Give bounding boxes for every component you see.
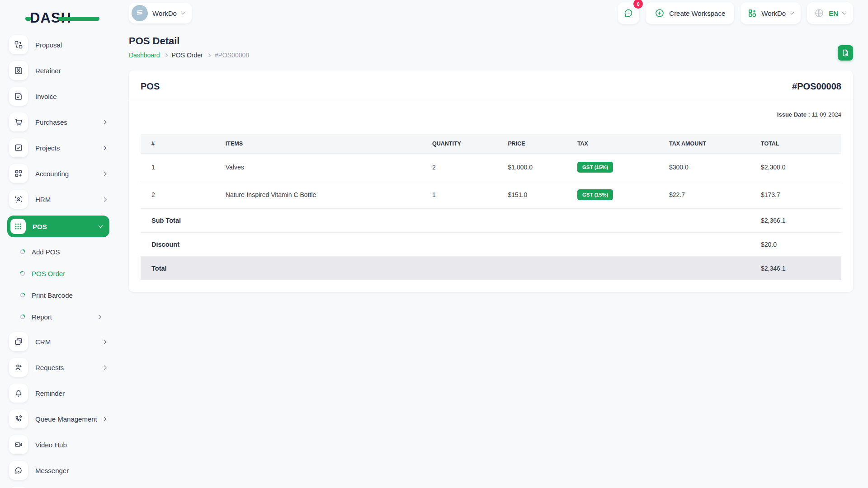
video-camera-icon	[9, 435, 28, 454]
chevron-right-icon	[102, 197, 107, 202]
breadcrumb-separator-icon	[207, 53, 211, 57]
workspace-avatar	[132, 5, 148, 21]
bullet-circle-icon	[20, 249, 25, 254]
chevron-right-icon	[102, 171, 107, 176]
chevron-down-icon	[842, 10, 847, 15]
create-workspace-label: Create Workspace	[669, 9, 725, 17]
subtotal-label: Sub Total	[141, 209, 222, 233]
sidebar-item-crm[interactable]: CRM	[9, 332, 108, 351]
row-tax-amount: $22.7	[665, 181, 757, 209]
col-quantity: QUANTITY	[429, 134, 504, 154]
chevron-right-icon	[102, 339, 107, 344]
chevron-right-icon	[97, 314, 101, 319]
sidebar-item-invoice[interactable]: Invoice	[9, 87, 108, 106]
workspace-menu-button[interactable]: WorkDo	[741, 2, 801, 24]
messages-button[interactable]: 0	[618, 2, 639, 24]
sidebar-item-queue-management[interactable]: Queue Management	[9, 409, 108, 428]
sidebar-subitem-print-barcode[interactable]: Print Barcode	[20, 286, 103, 304]
row-quantity: 1	[429, 181, 504, 209]
discount-row: Discount $20.0	[141, 233, 841, 257]
spacer-cell	[222, 209, 757, 233]
pos-submenu-wrap: Add POS POS Order Print Barcode	[0, 242, 117, 332]
col-number: #	[141, 134, 222, 154]
sidebar-item-purchases[interactable]: Purchases	[9, 113, 108, 131]
language-selector[interactable]: EN	[807, 2, 853, 24]
dash-logo[interactable]: DASH	[30, 6, 98, 30]
reminder-icon	[9, 384, 28, 403]
file-export-icon	[841, 49, 849, 57]
sidebar-item-label: Invoice	[35, 93, 108, 100]
pos-detail-card: POS #POS00008 Issue Date : 11-09-2024 # …	[129, 70, 853, 292]
sidebar-item-label: POS	[33, 223, 99, 230]
create-workspace-button[interactable]: Create Workspace	[646, 2, 734, 24]
sidebar-subitem-add-pos[interactable]: Add POS	[20, 243, 103, 261]
breadcrumb: Dashboard POS Order #POS00008	[129, 52, 249, 59]
sidebar: DASH Proposal Retainer	[0, 0, 117, 488]
messages-badge: 0	[633, 0, 643, 9]
sidebar-item-label: Retainer	[35, 67, 108, 75]
sidebar-item-messenger[interactable]: Messenger	[9, 461, 108, 480]
messenger-icon	[9, 461, 28, 480]
sidebar-item-label: Messenger	[35, 467, 108, 474]
main-area: WorkDo 0 Create Workspace	[117, 0, 868, 488]
row-total: $173.7	[757, 181, 841, 209]
total-row: Total $2,346.1	[141, 257, 841, 281]
sidebar-subitem-pos-order[interactable]: POS Order	[20, 264, 103, 282]
sidebar-item-retainer[interactable]: Retainer	[9, 61, 108, 80]
total-value: $2,346.1	[757, 257, 841, 281]
row-tax-amount: $300.0	[665, 154, 757, 181]
col-tax: TAX	[574, 134, 665, 154]
workspace-grid-icon	[748, 9, 757, 18]
pos-items-table: # ITEMS QUANTITY PRICE TAX TAX AMOUNT TO…	[141, 134, 841, 280]
sidebar-item-hrm[interactable]: HRM	[9, 190, 108, 209]
subtotal-row: Sub Total $2,366.1	[141, 209, 841, 233]
discount-label: Discount	[141, 233, 222, 257]
sidebar-item-label: Purchases	[35, 118, 103, 126]
sidebar-item-video-hub[interactable]: Video Hub	[9, 435, 108, 454]
sidebar-item-label: Queue Management	[35, 415, 103, 423]
sidebar-item-accounting[interactable]: Accounting	[9, 164, 108, 183]
workspace-menu-label: WorkDo	[761, 9, 786, 17]
sidebar-item-label: Accounting	[35, 170, 103, 178]
col-tax-amount: TAX AMOUNT	[665, 134, 757, 154]
sidebar-item-pos[interactable]: POS	[7, 216, 109, 237]
bullet-circle-icon	[20, 314, 25, 319]
sidebar-item-label: Proposal	[35, 41, 108, 49]
hrm-icon	[9, 190, 28, 209]
sidebar-item-projects[interactable]: Projects	[9, 138, 108, 157]
sidebar-item-requests[interactable]: Requests	[9, 358, 108, 377]
sidebar-item-proposal[interactable]: Proposal	[9, 35, 108, 54]
requests-icon	[9, 358, 28, 377]
row-number: 2	[141, 181, 222, 209]
breadcrumb-separator-icon	[164, 53, 167, 57]
sidebar-subitem-report[interactable]: Report	[20, 308, 103, 326]
sidebar-item-label: Reminder	[35, 389, 108, 397]
tax-badge: GST (15%)	[577, 162, 613, 173]
chevron-down-icon	[790, 10, 794, 15]
row-tax-cell: GST (15%)	[574, 181, 665, 209]
invoice-icon	[9, 87, 28, 106]
row-item-name: Nature-Inspired Vitamin C Bottle	[222, 181, 429, 209]
sidebar-item-reminder[interactable]: Reminder	[9, 384, 108, 403]
pos-icon	[10, 219, 26, 234]
pos-number: #POS00008	[792, 81, 841, 92]
row-number: 1	[141, 154, 222, 181]
pos-card-title: POS	[141, 81, 160, 92]
chevron-right-icon	[102, 365, 107, 370]
logo-green-dot	[25, 17, 31, 21]
row-tax-cell: GST (15%)	[574, 154, 665, 181]
sidebar-subitem-label: Report	[32, 313, 97, 321]
workspace-selector[interactable]: WorkDo	[129, 3, 192, 23]
purchases-icon	[9, 113, 28, 131]
topbar-actions: 0 Create Workspace WorkDo EN	[618, 2, 853, 24]
breadcrumb-pos-order[interactable]: POS Order	[172, 52, 203, 59]
discount-value: $20.0	[757, 233, 841, 257]
pos-submenu: Add POS POS Order Print Barcode	[0, 242, 117, 332]
export-pos-button[interactable]	[838, 45, 853, 61]
sidebar-subitem-label: POS Order	[32, 270, 103, 277]
col-price: PRICE	[504, 134, 573, 154]
row-price: $1,000.0	[504, 154, 573, 181]
table-row: 2 Nature-Inspired Vitamin C Bottle 1 $15…	[141, 181, 841, 209]
col-total: TOTAL	[757, 134, 841, 154]
breadcrumb-dashboard-link[interactable]: Dashboard	[129, 52, 160, 59]
